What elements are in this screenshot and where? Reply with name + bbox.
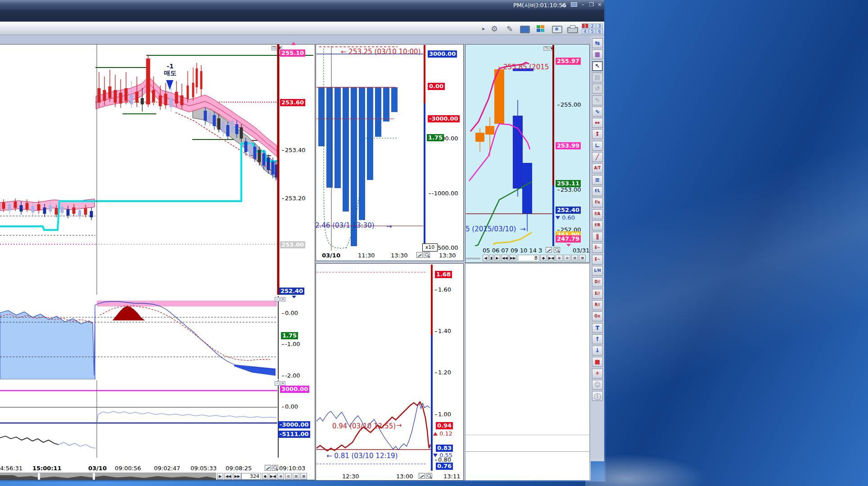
sync-icon[interactable]: ⇆ bbox=[592, 38, 603, 48]
oscillator-pane[interactable] bbox=[0, 296, 315, 379]
grid-button[interactable]: ⊞ bbox=[571, 255, 578, 261]
flow-pane[interactable] bbox=[0, 380, 315, 458]
bar-count-input[interactable]: 324 bbox=[241, 473, 261, 480]
monitor-icon[interactable] bbox=[570, 1, 578, 8]
profile-tick: -1000.00 bbox=[429, 190, 458, 197]
zoom-mode-button[interactable] bbox=[272, 465, 278, 471]
d-hatch-icon[interactable]: D// bbox=[592, 277, 603, 287]
pane-restore-icon[interactable]: ❐ bbox=[543, 46, 548, 51]
home-icon[interactable]: ⌂ bbox=[560, 1, 568, 8]
ratio-blue-badge: 0.83 bbox=[436, 445, 453, 452]
parallel-lines-icon[interactable]: ∥ bbox=[592, 232, 603, 242]
scroll-right-button[interactable]: ▶ bbox=[494, 255, 500, 261]
zoom-mode-button[interactable] bbox=[424, 252, 430, 258]
draw-disabled-icon[interactable]: ✎ bbox=[592, 95, 603, 105]
page-button-6[interactable]: 6 bbox=[596, 29, 603, 34]
nav-play-button[interactable]: ▶ bbox=[217, 473, 223, 480]
undo-disabled-icon[interactable]: ↺ bbox=[592, 84, 603, 94]
nav-diamond-button[interactable]: ◆ bbox=[540, 255, 547, 261]
pane3-minimize-icon[interactable]: – bbox=[275, 381, 280, 386]
fib-arc-icon[interactable]: f/A bbox=[592, 209, 603, 219]
square-marker-icon[interactable]: ■ bbox=[592, 357, 603, 367]
candle-body bbox=[262, 153, 266, 166]
printer-icon[interactable] bbox=[567, 27, 578, 33]
arrow-up-icon[interactable]: ↑ bbox=[592, 334, 603, 344]
smiley-marker-icon[interactable]: ☺ bbox=[592, 380, 603, 390]
pane3-close-icon[interactable]: × bbox=[280, 381, 285, 386]
zoom-in-button[interactable]: ⊕ bbox=[277, 473, 284, 480]
layout-grid-icon[interactable] bbox=[537, 25, 545, 32]
draw-mode-button[interactable] bbox=[546, 247, 552, 253]
close-pane-button[interactable]: ⊠ bbox=[300, 473, 307, 480]
elliott-wave-icon[interactable]: E~ bbox=[592, 243, 603, 253]
candle-body bbox=[55, 208, 58, 215]
angle-line-icon[interactable]: ∟ bbox=[592, 141, 603, 151]
draw-mode-button[interactable] bbox=[416, 252, 423, 258]
screen-icon[interactable] bbox=[520, 26, 530, 33]
grid-button[interactable]: ⊞ bbox=[293, 473, 299, 480]
pattern-grid-icon[interactable]: ▦ bbox=[592, 50, 603, 59]
page-button-3[interactable]: 3 bbox=[596, 23, 603, 28]
chart-tool-disabled-icon[interactable]: ▤ bbox=[592, 72, 603, 82]
page-button-2[interactable]: 2 bbox=[589, 23, 596, 28]
nav-ff-button[interactable]: ▶▶ bbox=[233, 473, 241, 480]
pane2-close-icon[interactable]: × bbox=[280, 297, 285, 302]
settings-gear-icon[interactable]: ⚙ bbox=[489, 24, 500, 34]
minimize-button[interactable]: – bbox=[579, 1, 587, 8]
chart-navigator[interactable] bbox=[0, 472, 216, 480]
nav-diamond-button[interactable]: ◆ bbox=[262, 473, 268, 480]
zoom-out-button[interactable]: ⊖ bbox=[564, 255, 570, 261]
fib-retrace-icon[interactable]: f/R bbox=[592, 220, 603, 230]
quote-list-icon[interactable]: Q≡ bbox=[592, 311, 603, 321]
burst-marker-icon[interactable]: ☀ bbox=[592, 369, 603, 378]
fib-lines-icon[interactable]: ≡ bbox=[592, 175, 603, 185]
zigzag-line-icon[interactable]: ∿ bbox=[592, 107, 603, 117]
low-high-icon[interactable]: L/H bbox=[592, 266, 603, 276]
scroll-left-button[interactable]: ◀ bbox=[483, 255, 488, 261]
horizontal-line-icon[interactable]: ↔ bbox=[592, 118, 603, 128]
flow-magenta-badge: 3000.00 bbox=[280, 386, 309, 393]
page-button-1[interactable]: 1 bbox=[582, 23, 588, 28]
nav-rew-button[interactable]: ◀◀ bbox=[224, 473, 232, 480]
text-tool-icon[interactable]: T bbox=[592, 323, 603, 333]
daily-chart[interactable] bbox=[466, 45, 552, 246]
fl-bars-icon[interactable]: f/L bbox=[592, 186, 603, 196]
right-arrow-icon: → bbox=[520, 225, 526, 233]
draw-mode-button[interactable] bbox=[419, 473, 425, 479]
fib-fan-icon[interactable]: f/s bbox=[592, 198, 603, 207]
zoom-out-button[interactable]: ⊖ bbox=[285, 473, 292, 480]
memo-pen-icon[interactable]: ✎ bbox=[504, 24, 515, 34]
draw-mode-button[interactable] bbox=[265, 465, 271, 471]
zoom-mode-button[interactable] bbox=[426, 473, 432, 479]
capture-camera-icon[interactable] bbox=[552, 26, 562, 33]
page-button-4[interactable]: 4 bbox=[582, 29, 588, 34]
nav-ff-button[interactable]: ▶▶ bbox=[509, 255, 516, 261]
daily-bar-count-input[interactable]: 8 bbox=[518, 255, 539, 261]
diagonal-line-icon[interactable]: ╱ bbox=[592, 152, 603, 162]
number-marker-icon[interactable]: 1 bbox=[592, 391, 603, 401]
zoom-in-button[interactable]: ⊕ bbox=[556, 255, 563, 261]
candle-body bbox=[253, 147, 257, 159]
pane2-minimize-icon[interactable]: – bbox=[275, 297, 280, 302]
scroll-thumb[interactable]: ▮ bbox=[489, 255, 493, 261]
title-bar[interactable]: PM(서버):01:10:56 ⌂ – ❒ × bbox=[0, 0, 604, 10]
nav-collapse-button[interactable]: ▶◀ bbox=[547, 255, 555, 261]
e-hatch-icon[interactable]: E// bbox=[592, 289, 603, 299]
r-hatch-icon[interactable]: R// bbox=[592, 300, 603, 310]
zoom-mode-button[interactable] bbox=[554, 247, 560, 253]
ratio-chart[interactable] bbox=[316, 265, 431, 471]
profile-chart[interactable] bbox=[316, 45, 423, 251]
close-button[interactable]: × bbox=[596, 1, 604, 8]
maximize-button[interactable]: ❒ bbox=[588, 1, 596, 8]
arrow-down-icon[interactable]: ↓ bbox=[592, 346, 603, 356]
vertical-line-icon[interactable]: ↕ bbox=[592, 129, 603, 139]
nav-collapse-button[interactable]: ▶◀ bbox=[269, 473, 276, 480]
cursor-icon[interactable]: ↖ bbox=[592, 61, 603, 71]
close-pane-button[interactable]: ⊠ bbox=[579, 255, 586, 261]
nav-rew-button[interactable]: ◀◀ bbox=[501, 255, 508, 261]
price-chart[interactable] bbox=[0, 44, 315, 295]
elliott-wave2-icon[interactable]: E~ bbox=[592, 255, 603, 265]
page-button-5[interactable]: 5 bbox=[589, 29, 596, 34]
text-label-icon[interactable]: A/T bbox=[592, 163, 603, 173]
toolbar-expand-icon[interactable]: ▸ bbox=[481, 24, 486, 34]
